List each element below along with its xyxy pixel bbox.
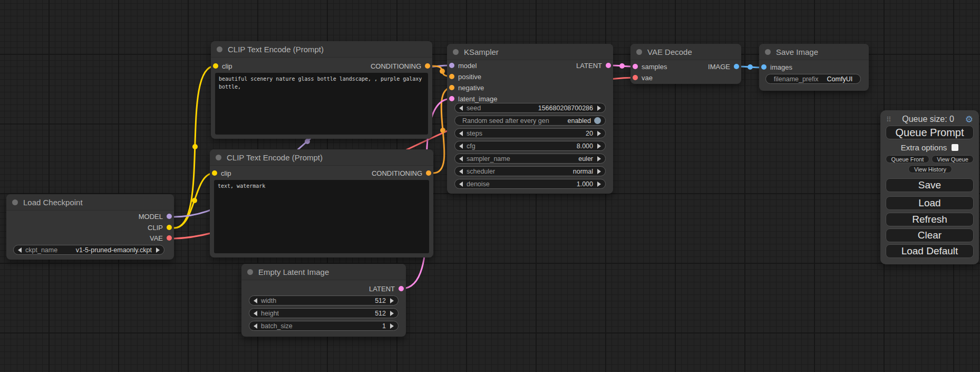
output-slot-vae[interactable]: VAE: [150, 233, 172, 243]
input-slot-clip[interactable]: clip: [212, 168, 231, 178]
conditioning-slot-dot-icon[interactable]: [449, 74, 454, 79]
comfy-menu-panel[interactable]: ⠿ Queue size: 0 ⚙ Queue Prompt Extra opt…: [880, 110, 979, 264]
increment-icon[interactable]: [597, 156, 601, 161]
view-queue-button[interactable]: View Queue: [932, 155, 974, 163]
vae-slot-dot-icon[interactable]: [167, 235, 172, 241]
decrement-icon[interactable]: [18, 247, 22, 253]
output-slot-model[interactable]: MODEL: [139, 211, 172, 222]
decrement-icon[interactable]: [459, 131, 463, 136]
increment-icon[interactable]: [597, 131, 601, 136]
increment-icon[interactable]: [597, 144, 601, 149]
widget-filename-prefix[interactable]: filename_prefix ComfyUI: [765, 74, 861, 84]
decrement-icon[interactable]: [459, 144, 463, 149]
decrement-icon[interactable]: [254, 311, 257, 316]
collapse-dot-icon[interactable]: [12, 199, 18, 205]
conditioning-slot-dot-icon[interactable]: [449, 85, 454, 90]
decrement-icon[interactable]: [459, 106, 463, 111]
input-slot-negative[interactable]: negative: [449, 82, 484, 93]
collapse-dot-icon[interactable]: [247, 269, 253, 275]
widget-seed[interactable]: seed 156680208700286: [454, 103, 606, 113]
input-slot-model[interactable]: model: [449, 60, 477, 71]
queue-prompt-button[interactable]: Queue Prompt: [886, 126, 974, 139]
prompt-textarea[interactable]: beautiful scenery nature glass bottle la…: [215, 73, 428, 135]
save-button[interactable]: Save: [886, 178, 974, 192]
collapse-dot-icon[interactable]: [217, 46, 222, 52]
node-titlebar[interactable]: CLIP Text Encode (Prompt): [211, 41, 432, 58]
model-slot-dot-icon[interactable]: [449, 63, 454, 68]
gear-icon[interactable]: ⚙: [965, 115, 973, 124]
clip-slot-dot-icon[interactable]: [213, 63, 218, 69]
widget-steps[interactable]: steps 20: [454, 128, 606, 138]
node-load-checkpoint[interactable]: Load Checkpoint MODEL CLIP VAE ckpt_name…: [6, 194, 174, 260]
clip-slot-dot-icon[interactable]: [212, 170, 217, 176]
node-ksampler[interactable]: KSampler model positive negative latent_…: [447, 44, 613, 194]
clip-slot-dot-icon[interactable]: [167, 225, 172, 230]
collapse-dot-icon[interactable]: [765, 49, 771, 55]
increment-icon[interactable]: [156, 247, 160, 253]
node-titlebar[interactable]: Load Checkpoint: [6, 194, 174, 211]
widget-width[interactable]: width 512: [249, 295, 399, 306]
clear-button[interactable]: Clear: [886, 228, 974, 242]
decrement-icon[interactable]: [459, 182, 463, 187]
node-titlebar[interactable]: Empty Latent Image: [241, 264, 406, 280]
widget-cfg[interactable]: cfg 8.000: [454, 141, 606, 151]
extra-options-checkbox[interactable]: [952, 144, 958, 151]
input-slot-positive[interactable]: positive: [449, 71, 481, 82]
input-slot-clip[interactable]: clip: [213, 61, 232, 71]
input-slot-images[interactable]: images: [761, 62, 792, 72]
node-clip-text-encode-positive[interactable]: CLIP Text Encode (Prompt) clip CONDITION…: [211, 41, 432, 139]
conditioning-slot-dot-icon[interactable]: [426, 170, 431, 176]
increment-icon[interactable]: [390, 311, 394, 316]
refresh-button[interactable]: Refresh: [886, 213, 974, 226]
widget-batch-size[interactable]: batch_size 1: [249, 321, 399, 331]
conditioning-slot-dot-icon[interactable]: [425, 63, 430, 69]
node-titlebar[interactable]: VAE Decode: [630, 44, 741, 60]
node-clip-text-encode-negative[interactable]: CLIP Text Encode (Prompt) clip CONDITION…: [210, 149, 433, 257]
increment-icon[interactable]: [597, 106, 601, 111]
increment-icon[interactable]: [597, 169, 601, 174]
load-button[interactable]: Load: [886, 196, 974, 210]
output-slot-latent[interactable]: LATENT: [576, 60, 611, 71]
increment-icon[interactable]: [597, 182, 601, 187]
collapse-dot-icon[interactable]: [453, 49, 459, 55]
widget-ckpt-name[interactable]: ckpt_name v1-5-pruned-emaonly.ckpt: [13, 245, 164, 255]
latent-slot-dot-icon[interactable]: [606, 63, 611, 68]
model-slot-dot-icon[interactable]: [167, 214, 172, 219]
node-titlebar[interactable]: Save Image: [759, 44, 869, 60]
vae-slot-dot-icon[interactable]: [633, 75, 638, 80]
widget-sampler-name[interactable]: sampler_name euler: [454, 154, 606, 164]
input-slot-samples[interactable]: samples: [633, 61, 667, 72]
node-vae-decode[interactable]: VAE Decode samples vae IMAGE: [630, 44, 741, 84]
collapse-dot-icon[interactable]: [216, 155, 221, 160]
output-slot-clip[interactable]: CLIP: [148, 222, 172, 233]
output-slot-conditioning[interactable]: CONDITIONING: [372, 168, 431, 178]
increment-icon[interactable]: [390, 298, 394, 303]
drag-handle-icon[interactable]: ⠿: [886, 116, 891, 123]
node-titlebar[interactable]: KSampler: [447, 44, 613, 60]
latent-slot-dot-icon[interactable]: [633, 64, 638, 69]
widget-height[interactable]: height 512: [249, 308, 399, 318]
increment-icon[interactable]: [390, 323, 394, 329]
decrement-icon[interactable]: [459, 156, 463, 161]
image-slot-dot-icon[interactable]: [734, 64, 739, 69]
widget-random-seed[interactable]: Random seed after every gen enabled: [454, 116, 606, 126]
output-slot-conditioning[interactable]: CONDITIONING: [371, 61, 430, 71]
decrement-icon[interactable]: [254, 298, 257, 303]
input-slot-vae[interactable]: vae: [633, 72, 653, 83]
load-default-button[interactable]: Load Default: [886, 244, 974, 258]
prompt-textarea[interactable]: text, watermark: [214, 180, 429, 253]
node-empty-latent-image[interactable]: Empty Latent Image LATENT width 512 heig…: [241, 264, 406, 337]
widget-scheduler[interactable]: scheduler normal: [454, 166, 606, 176]
collapse-dot-icon[interactable]: [636, 49, 642, 55]
queue-front-button[interactable]: Queue Front: [886, 155, 929, 163]
image-slot-dot-icon[interactable]: [761, 64, 766, 70]
node-graph-canvas[interactable]: Load Checkpoint MODEL CLIP VAE ckpt_name…: [0, 0, 980, 372]
latent-slot-dot-icon[interactable]: [449, 96, 454, 101]
node-titlebar[interactable]: CLIP Text Encode (Prompt): [210, 149, 433, 166]
toggle-icon[interactable]: [594, 117, 601, 124]
node-save-image[interactable]: Save Image images filename_prefix ComfyU…: [759, 44, 869, 91]
input-slot-latent-image[interactable]: latent_image: [449, 93, 497, 104]
output-slot-image[interactable]: IMAGE: [708, 61, 739, 72]
decrement-icon[interactable]: [459, 169, 463, 174]
decrement-icon[interactable]: [254, 323, 257, 329]
